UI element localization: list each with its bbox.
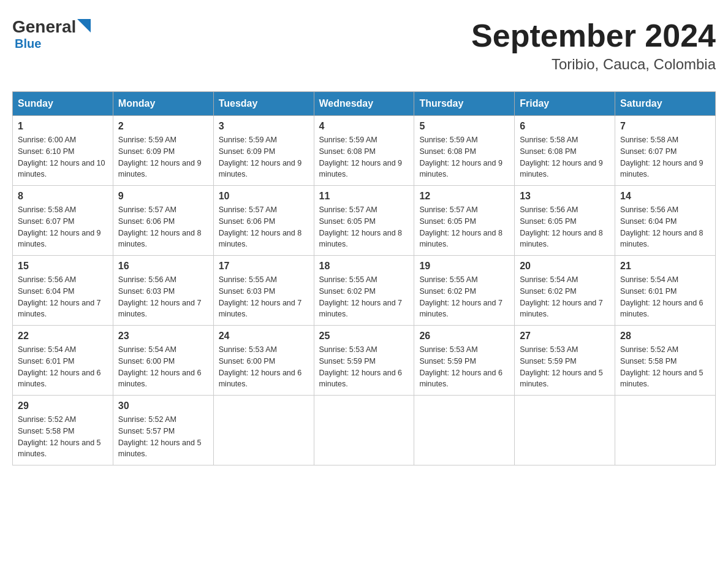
calendar-week-row: 8 Sunrise: 5:58 AMSunset: 6:07 PMDayligh… [13,186,716,256]
day-info: Sunrise: 5:55 AMSunset: 6:02 PMDaylight:… [419,274,509,320]
weekday-header-saturday: Saturday [615,92,716,116]
logo-arrow-icon [77,19,91,33]
day-number: 27 [520,331,610,342]
day-number: 19 [419,261,509,272]
day-number: 30 [118,400,208,412]
day-number: 5 [419,121,509,132]
day-info: Sunrise: 5:58 AMSunset: 6:07 PMDaylight:… [18,204,108,250]
logo-blue-text: Blue [15,37,41,51]
day-number: 16 [118,261,208,272]
day-info: Sunrise: 5:58 AMSunset: 6:07 PMDaylight:… [620,134,710,180]
day-info: Sunrise: 5:52 AMSunset: 5:58 PMDaylight:… [18,414,108,460]
day-number: 10 [219,191,309,202]
day-number: 2 [118,121,208,132]
day-number: 3 [219,121,309,132]
calendar-cell: 1 Sunrise: 6:00 AMSunset: 6:10 PMDayligh… [13,116,113,186]
day-number: 23 [118,331,208,342]
weekday-header-tuesday: Tuesday [213,92,314,116]
calendar-cell: 23 Sunrise: 5:54 AMSunset: 6:00 PMDaylig… [113,326,213,396]
day-number: 17 [219,261,309,272]
weekday-header-sunday: Sunday [13,92,113,116]
title-block: September 2024 Toribio, Cauca, Colombia [471,18,716,73]
month-title: September 2024 [471,18,716,53]
weekday-header-row: SundayMondayTuesdayWednesdayThursdayFrid… [13,92,716,116]
calendar-cell: 29 Sunrise: 5:52 AMSunset: 5:58 PMDaylig… [13,396,113,465]
logo: General Blue [12,18,91,51]
calendar-cell: 7 Sunrise: 5:58 AMSunset: 6:07 PMDayligh… [615,116,716,186]
calendar-cell [213,396,314,465]
calendar-cell: 22 Sunrise: 5:54 AMSunset: 6:01 PMDaylig… [13,326,113,396]
day-info: Sunrise: 5:59 AMSunset: 6:08 PMDaylight:… [419,134,509,180]
day-number: 24 [219,331,309,342]
day-number: 29 [18,400,108,412]
day-info: Sunrise: 5:59 AMSunset: 6:09 PMDaylight:… [118,134,208,180]
day-info: Sunrise: 5:57 AMSunset: 6:06 PMDaylight:… [219,204,309,250]
calendar-cell: 17 Sunrise: 5:55 AMSunset: 6:03 PMDaylig… [213,256,314,326]
day-number: 9 [118,191,208,202]
day-number: 13 [520,191,610,202]
weekday-header-friday: Friday [515,92,615,116]
calendar-cell [414,396,515,465]
day-number: 8 [18,191,108,202]
day-info: Sunrise: 5:59 AMSunset: 6:08 PMDaylight:… [319,134,409,180]
day-number: 7 [620,121,710,132]
day-number: 21 [620,261,710,272]
day-info: Sunrise: 5:56 AMSunset: 6:03 PMDaylight:… [118,274,208,320]
day-info: Sunrise: 5:57 AMSunset: 6:05 PMDaylight:… [419,204,509,250]
day-number: 12 [419,191,509,202]
day-info: Sunrise: 5:54 AMSunset: 6:02 PMDaylight:… [520,274,610,320]
location-title: Toribio, Cauca, Colombia [471,56,716,73]
day-info: Sunrise: 5:53 AMSunset: 5:59 PMDaylight:… [319,344,409,390]
day-info: Sunrise: 6:00 AMSunset: 6:10 PMDaylight:… [18,134,108,180]
day-number: 14 [620,191,710,202]
weekday-header-wednesday: Wednesday [314,92,414,116]
calendar-cell: 16 Sunrise: 5:56 AMSunset: 6:03 PMDaylig… [113,256,213,326]
day-info: Sunrise: 5:53 AMSunset: 5:59 PMDaylight:… [419,344,509,390]
calendar-cell: 5 Sunrise: 5:59 AMSunset: 6:08 PMDayligh… [414,116,515,186]
calendar-week-row: 15 Sunrise: 5:56 AMSunset: 6:04 PMDaylig… [13,256,716,326]
calendar-cell: 6 Sunrise: 5:58 AMSunset: 6:08 PMDayligh… [515,116,615,186]
calendar-week-row: 29 Sunrise: 5:52 AMSunset: 5:58 PMDaylig… [13,396,716,465]
calendar-cell: 28 Sunrise: 5:52 AMSunset: 5:58 PMDaylig… [615,326,716,396]
calendar-cell: 21 Sunrise: 5:54 AMSunset: 6:01 PMDaylig… [615,256,716,326]
day-number: 20 [520,261,610,272]
day-number: 15 [18,261,108,272]
calendar-cell: 2 Sunrise: 5:59 AMSunset: 6:09 PMDayligh… [113,116,213,186]
day-info: Sunrise: 5:54 AMSunset: 6:00 PMDaylight:… [118,344,208,390]
calendar-cell: 19 Sunrise: 5:55 AMSunset: 6:02 PMDaylig… [414,256,515,326]
calendar-cell: 18 Sunrise: 5:55 AMSunset: 6:02 PMDaylig… [314,256,414,326]
page-header: General Blue September 2024 Toribio, Cau… [12,12,716,79]
svg-marker-0 [77,19,91,33]
calendar-cell: 25 Sunrise: 5:53 AMSunset: 5:59 PMDaylig… [314,326,414,396]
day-number: 25 [319,331,409,342]
day-info: Sunrise: 5:56 AMSunset: 6:04 PMDaylight:… [620,204,710,250]
weekday-header-thursday: Thursday [414,92,515,116]
day-number: 11 [319,191,409,202]
calendar-cell: 20 Sunrise: 5:54 AMSunset: 6:02 PMDaylig… [515,256,615,326]
day-number: 28 [620,331,710,342]
day-info: Sunrise: 5:57 AMSunset: 6:05 PMDaylight:… [319,204,409,250]
day-info: Sunrise: 5:53 AMSunset: 5:59 PMDaylight:… [520,344,610,390]
calendar-cell: 4 Sunrise: 5:59 AMSunset: 6:08 PMDayligh… [314,116,414,186]
calendar-cell: 8 Sunrise: 5:58 AMSunset: 6:07 PMDayligh… [13,186,113,256]
day-number: 4 [319,121,409,132]
calendar-table: SundayMondayTuesdayWednesdayThursdayFrid… [12,91,716,465]
calendar-cell: 26 Sunrise: 5:53 AMSunset: 5:59 PMDaylig… [414,326,515,396]
logo-general-text: General [12,18,76,36]
day-info: Sunrise: 5:54 AMSunset: 6:01 PMDaylight:… [18,344,108,390]
weekday-header-monday: Monday [113,92,213,116]
calendar-cell: 12 Sunrise: 5:57 AMSunset: 6:05 PMDaylig… [414,186,515,256]
day-number: 1 [18,121,108,132]
day-info: Sunrise: 5:55 AMSunset: 6:03 PMDaylight:… [219,274,309,320]
calendar-cell: 24 Sunrise: 5:53 AMSunset: 6:00 PMDaylig… [213,326,314,396]
calendar-cell: 9 Sunrise: 5:57 AMSunset: 6:06 PMDayligh… [113,186,213,256]
calendar-cell: 3 Sunrise: 5:59 AMSunset: 6:09 PMDayligh… [213,116,314,186]
day-info: Sunrise: 5:56 AMSunset: 6:05 PMDaylight:… [520,204,610,250]
calendar-week-row: 22 Sunrise: 5:54 AMSunset: 6:01 PMDaylig… [13,326,716,396]
day-info: Sunrise: 5:59 AMSunset: 6:09 PMDaylight:… [219,134,309,180]
day-number: 22 [18,331,108,342]
day-number: 6 [520,121,610,132]
day-info: Sunrise: 5:58 AMSunset: 6:08 PMDaylight:… [520,134,610,180]
day-info: Sunrise: 5:53 AMSunset: 6:00 PMDaylight:… [219,344,309,390]
day-info: Sunrise: 5:54 AMSunset: 6:01 PMDaylight:… [620,274,710,320]
